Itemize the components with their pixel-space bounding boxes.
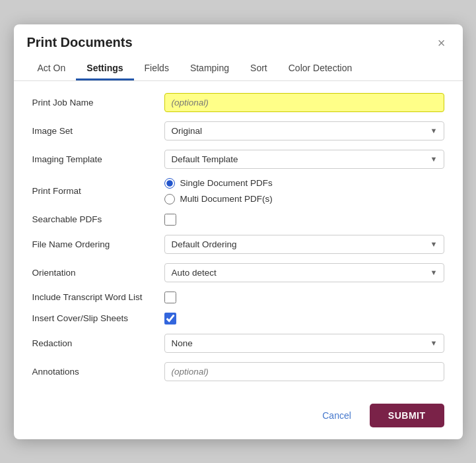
- orientation-control: Auto detect Portrait Landscape: [164, 263, 444, 282]
- orientation-select[interactable]: Auto detect Portrait Landscape: [164, 263, 444, 282]
- include-transcript-checkbox[interactable]: [164, 292, 176, 303]
- tab-fields[interactable]: Fields: [134, 57, 180, 80]
- redaction-label: Redaction: [32, 338, 164, 348]
- insert-cover-label: Insert Cover/Slip Sheets: [32, 313, 164, 323]
- orientation-label: Orientation: [32, 268, 164, 278]
- insert-cover-checkbox-wrapper: [164, 313, 444, 324]
- include-transcript-row: Include Transcript Word List: [32, 292, 444, 303]
- file-name-ordering-control: Default Ordering Custom Ordering: [164, 235, 444, 254]
- print-job-name-control: [164, 93, 444, 112]
- dialog-title: Print Documents: [27, 35, 133, 50]
- print-job-name-row: Print Job Name: [32, 93, 444, 112]
- print-format-radio-group: Single Document PDFs Multi Document PDF(…: [164, 178, 444, 204]
- radio-multi-document-label: Multi Document PDF(s): [180, 194, 273, 204]
- searchable-pdfs-checkbox[interactable]: [164, 214, 176, 226]
- dialog-body: Print Job Name Image Set Original Curren…: [14, 81, 463, 397]
- redaction-select-wrapper: None Apply Redactions: [164, 334, 444, 353]
- radio-single-document[interactable]: Single Document PDFs: [164, 178, 444, 189]
- searchable-pdfs-row: Searchable PDFs: [32, 214, 444, 226]
- include-transcript-checkbox-wrapper: [164, 292, 444, 303]
- image-set-control: Original Current All: [164, 121, 444, 140]
- image-set-label: Image Set: [32, 126, 164, 136]
- annotations-label: Annotations: [32, 367, 164, 377]
- annotations-control: [164, 362, 444, 381]
- print-job-name-label: Print Job Name: [32, 98, 164, 108]
- insert-cover-checkbox[interactable]: [164, 313, 176, 324]
- submit-button[interactable]: SUBMIT: [370, 404, 444, 427]
- imaging-template-select[interactable]: Default Template Custom Template: [164, 150, 444, 169]
- redaction-select[interactable]: None Apply Redactions: [164, 334, 444, 353]
- radio-single-document-label: Single Document PDFs: [180, 178, 273, 188]
- tab-settings[interactable]: Settings: [76, 57, 133, 80]
- print-format-label: Print Format: [32, 186, 164, 196]
- tab-color-detection[interactable]: Color Detection: [278, 57, 363, 80]
- searchable-pdfs-control: [164, 214, 444, 226]
- radio-multi-document[interactable]: Multi Document PDF(s): [164, 194, 444, 204]
- imaging-template-control: Default Template Custom Template: [164, 150, 444, 169]
- cancel-button[interactable]: Cancel: [312, 405, 362, 426]
- annotations-input[interactable]: [164, 362, 444, 381]
- print-documents-dialog: Print Documents × Act On Settings Fields…: [14, 24, 463, 439]
- searchable-pdfs-checkbox-wrapper: [164, 214, 444, 226]
- dialog-header: Print Documents ×: [14, 24, 463, 51]
- tab-stamping[interactable]: Stamping: [180, 57, 240, 80]
- image-set-row: Image Set Original Current All: [32, 121, 444, 140]
- print-format-control: Single Document PDFs Multi Document PDF(…: [164, 178, 444, 204]
- file-name-ordering-select[interactable]: Default Ordering Custom Ordering: [164, 235, 444, 254]
- dialog-footer: Cancel SUBMIT: [14, 397, 463, 439]
- print-format-row: Print Format Single Document PDFs Multi …: [32, 178, 444, 204]
- tab-bar: Act On Settings Fields Stamping Sort Col…: [14, 57, 463, 81]
- include-transcript-control: [164, 292, 444, 303]
- file-name-ordering-row: File Name Ordering Default Ordering Cust…: [32, 235, 444, 254]
- orientation-row: Orientation Auto detect Portrait Landsca…: [32, 263, 444, 282]
- image-set-select-wrapper: Original Current All: [164, 121, 444, 140]
- image-set-select[interactable]: Original Current All: [164, 121, 444, 140]
- imaging-template-select-wrapper: Default Template Custom Template: [164, 150, 444, 169]
- insert-cover-row: Insert Cover/Slip Sheets: [32, 313, 444, 324]
- print-job-name-input[interactable]: [164, 93, 444, 112]
- radio-multi-document-input[interactable]: [164, 194, 175, 204]
- tab-act-on[interactable]: Act On: [27, 57, 77, 80]
- imaging-template-row: Imaging Template Default Template Custom…: [32, 150, 444, 169]
- tab-sort[interactable]: Sort: [240, 57, 278, 80]
- include-transcript-label: Include Transcript Word List: [32, 292, 164, 302]
- imaging-template-label: Imaging Template: [32, 154, 164, 164]
- annotations-row: Annotations: [32, 362, 444, 381]
- searchable-pdfs-label: Searchable PDFs: [32, 214, 164, 224]
- insert-cover-control: [164, 313, 444, 324]
- file-name-ordering-label: File Name Ordering: [32, 239, 164, 249]
- redaction-control: None Apply Redactions: [164, 334, 444, 353]
- file-name-ordering-select-wrapper: Default Ordering Custom Ordering: [164, 235, 444, 254]
- radio-single-document-input[interactable]: [164, 178, 175, 189]
- close-button[interactable]: ×: [434, 35, 450, 51]
- redaction-row: Redaction None Apply Redactions: [32, 334, 444, 353]
- orientation-select-wrapper: Auto detect Portrait Landscape: [164, 263, 444, 282]
